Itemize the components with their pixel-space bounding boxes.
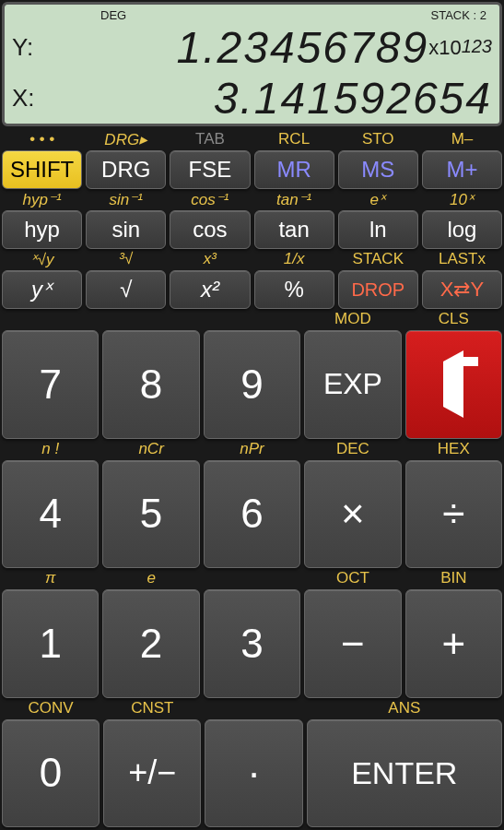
drop-button[interactable]: DROP (338, 270, 418, 309)
acos-shift-label: cos⁻¹ (170, 190, 250, 210)
tenx-shift-label: 10ˣ (422, 190, 502, 210)
digit-5-button[interactable]: 5 (102, 460, 199, 569)
arrow-left-icon (443, 362, 463, 408)
divide-button[interactable]: ÷ (405, 460, 502, 569)
cube-shift-label: x³ (170, 250, 250, 270)
rcl-shift-label: RCL (254, 130, 334, 150)
digit-8-button[interactable]: 8 (102, 330, 199, 439)
m-plus-button[interactable]: M+ (422, 150, 502, 189)
digit-9-button[interactable]: 9 (204, 330, 300, 439)
m-minus-shift-label: M– (422, 130, 502, 150)
xroot-shift-label: ˣ√y (2, 250, 82, 270)
ms-button[interactable]: MS (338, 150, 418, 189)
cbrt-shift-label: ³√ (86, 250, 166, 270)
hex-shift-label: HEX (405, 440, 502, 460)
percent-button[interactable]: % (254, 270, 334, 309)
pi-shift-label: π (2, 569, 99, 589)
lastx-shift-label: LASTx (422, 250, 502, 270)
x-register-label: X: (12, 84, 40, 113)
drg-button[interactable]: DRG (86, 150, 166, 189)
multiply-button[interactable]: × (304, 460, 401, 569)
enter-button[interactable]: ENTER (307, 719, 502, 828)
cos-button[interactable]: cos (170, 210, 250, 249)
bin-shift-label: BIN (405, 569, 502, 589)
log-button[interactable]: log (422, 210, 502, 249)
plus-button[interactable]: + (405, 589, 502, 698)
minus-button[interactable]: − (304, 589, 401, 698)
menu-shift-label: • • • (2, 130, 82, 150)
ans-shift-label: ANS (307, 699, 502, 719)
atan-shift-label: tan⁻¹ (254, 190, 334, 210)
npr-shift-label: nPr (204, 440, 300, 460)
ncr-shift-label: nCr (102, 440, 199, 460)
x-register-value: 3.141592654 (40, 73, 492, 124)
sto-shift-label: STO (338, 130, 418, 150)
cnst-shift-label: CNST (103, 699, 201, 719)
e-shift-label: e (102, 569, 199, 589)
ln-button[interactable]: ln (338, 210, 418, 249)
digit-2-button[interactable]: 2 (102, 589, 199, 698)
digit-1-button[interactable]: 1 (2, 589, 99, 698)
oct-shift-label: OCT (304, 569, 401, 589)
shift-button[interactable]: SHIFT (2, 150, 82, 189)
mr-button[interactable]: MR (254, 150, 334, 189)
ypowx-button[interactable]: yˣ (2, 270, 82, 309)
tab-shift-label: TAB (170, 130, 250, 150)
exp-button[interactable]: EXP (304, 330, 401, 439)
digit-3-button[interactable]: 3 (204, 589, 300, 698)
digit-7-button[interactable]: 7 (2, 330, 99, 439)
decimal-button[interactable]: · (205, 719, 302, 828)
factorial-shift-label: n ! (2, 440, 99, 460)
stack-shift-label: STACK (338, 250, 418, 270)
angle-mode-indicator: DEG (100, 8, 126, 22)
asin-shift-label: sin⁻¹ (86, 190, 166, 210)
hyp-inv-shift-label: hyp⁻¹ (2, 190, 82, 210)
drg-cycle-shift-label: DRG▸ (86, 130, 166, 150)
tan-button[interactable]: tan (254, 210, 334, 249)
digit-0-button[interactable]: 0 (2, 719, 100, 828)
conv-shift-label: CONV (2, 699, 100, 719)
square-button[interactable]: x² (170, 270, 250, 309)
sqrt-button[interactable]: √ (86, 270, 166, 309)
lcd-display: DEG STACK : 2 Y: 1.23456789 x10123 X: 3.… (2, 2, 502, 126)
backspace-button[interactable] (405, 330, 502, 439)
sign-button[interactable]: +/− (103, 719, 201, 828)
digit-4-button[interactable]: 4 (2, 460, 99, 569)
y-register-value: 1.23456789 (40, 22, 428, 73)
sin-button[interactable]: sin (86, 210, 166, 249)
blank-shift (2, 310, 99, 330)
recip-shift-label: 1/x (254, 250, 334, 270)
cls-shift-label: CLS (405, 310, 502, 330)
y-register-label: Y: (12, 33, 40, 62)
stack-indicator: STACK : 2 (431, 8, 486, 22)
hyp-button[interactable]: hyp (2, 210, 82, 249)
dec-shift-label: DEC (304, 440, 401, 460)
mod-shift-label: MOD (304, 310, 401, 330)
y-register-exponent: x10123 (428, 36, 492, 60)
digit-6-button[interactable]: 6 (204, 460, 300, 569)
swap-button[interactable]: X⇄Y (422, 270, 502, 309)
fse-button[interactable]: FSE (170, 150, 250, 189)
exp-shift-label: eˣ (338, 190, 418, 210)
